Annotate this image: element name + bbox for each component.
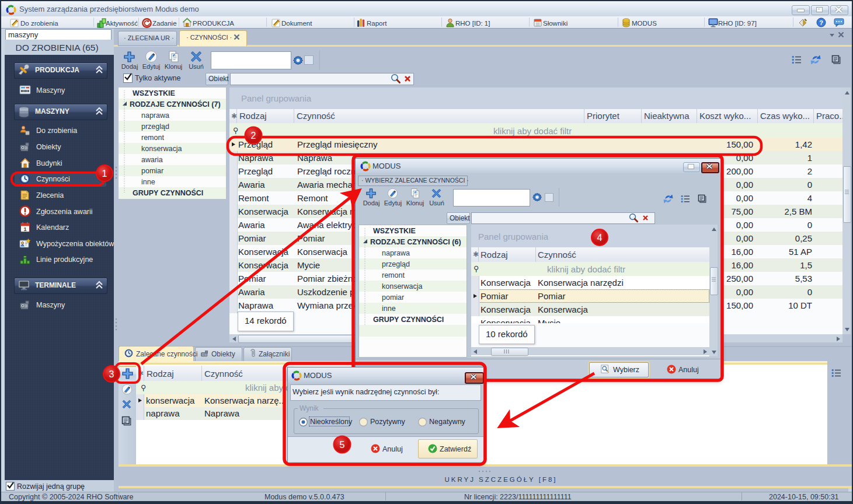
svg-text:?: ? xyxy=(819,19,823,26)
svg-text:1: 1 xyxy=(23,226,26,232)
